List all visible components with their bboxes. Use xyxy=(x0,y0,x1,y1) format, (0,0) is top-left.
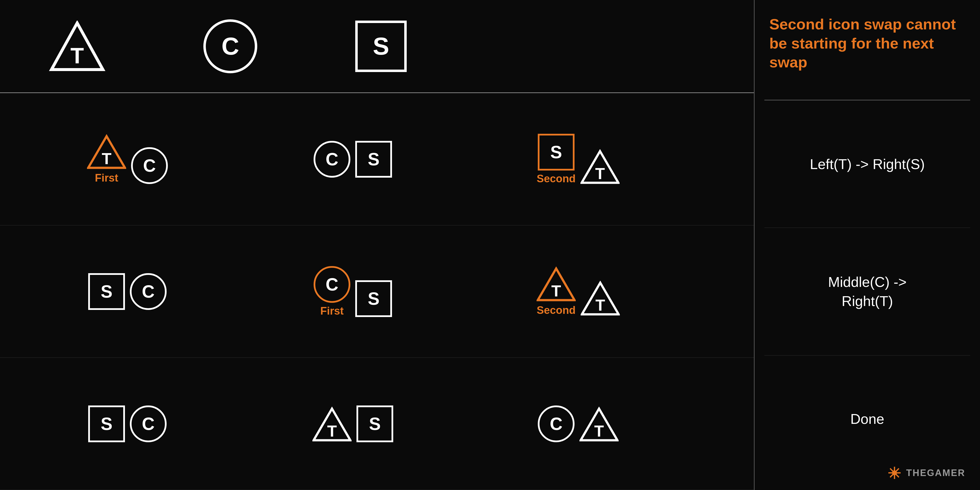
header-row: T C S xyxy=(0,0,754,93)
svg-text:T: T xyxy=(102,150,111,167)
svg-text:T: T xyxy=(595,296,605,314)
second-label: Second xyxy=(537,304,576,316)
row1-col2-circle: C xyxy=(313,141,350,178)
rule2-section: Middle(C) ->Right(T) xyxy=(764,228,970,355)
first-label: First xyxy=(320,305,344,317)
row1-col1-circle: C xyxy=(131,147,168,184)
row3-col3-circle: C xyxy=(538,406,574,442)
row2-col1-square: S xyxy=(88,273,125,310)
header-triangle: T xyxy=(49,21,105,72)
col-group: T S xyxy=(240,406,466,442)
row2-col2-square: S xyxy=(355,280,392,317)
row3-col1-square: S xyxy=(88,406,125,442)
row2-col1-circle: C xyxy=(130,273,167,310)
header-circle: C xyxy=(204,19,257,73)
rule1-section: Left(T) -> Right(S) xyxy=(764,100,970,228)
row1-col2-square: S xyxy=(355,141,392,178)
content-area: T C S xyxy=(0,0,755,490)
warning-section: Second icon swap cannot be starting for … xyxy=(764,7,970,100)
col-group: T Second T xyxy=(466,267,691,316)
row3-col1-circle: C xyxy=(130,406,167,442)
table-row: T First C C S xyxy=(0,93,754,225)
svg-text:T: T xyxy=(595,165,605,183)
col-group: S C xyxy=(15,406,240,442)
row2-col3-triangle-white: T xyxy=(581,281,620,316)
first-label: First xyxy=(95,172,118,184)
col-group: S Second T xyxy=(466,134,691,185)
table-row: S C C First S xyxy=(0,225,754,358)
col-group: T First C xyxy=(15,134,240,184)
data-rows: T First C C S xyxy=(0,93,754,490)
row3-col2-triangle: T xyxy=(312,407,352,442)
second-label: Second xyxy=(537,172,576,185)
col-group: C First S xyxy=(240,266,466,317)
col-group: C S xyxy=(240,141,466,178)
header-square: S xyxy=(355,21,407,72)
table-row: S C T S xyxy=(0,358,754,490)
row2-col2-circle: C First xyxy=(313,266,350,317)
watermark-text: THEGAMER xyxy=(906,468,965,478)
rule1-text: Left(T) -> Right(S) xyxy=(810,154,925,174)
warning-text: Second icon swap cannot be starting for … xyxy=(769,15,965,72)
main-container: T C S xyxy=(0,0,980,490)
watermark: THEGAMER xyxy=(887,466,965,480)
thegamer-icon xyxy=(887,466,902,480)
svg-text:T: T xyxy=(70,44,84,68)
row3-col2-square: S xyxy=(356,406,393,442)
right-panel: Second icon swap cannot be starting for … xyxy=(755,0,980,490)
svg-text:T: T xyxy=(551,282,561,300)
rule3-section: Done xyxy=(764,355,970,483)
header-circle-letter: C xyxy=(221,32,239,60)
svg-text:T: T xyxy=(594,422,604,440)
row1-col3-square: S Second xyxy=(537,134,576,185)
row3-col3-triangle: T xyxy=(579,407,619,442)
header-square-letter: S xyxy=(373,32,389,60)
col-group: C T xyxy=(466,406,691,442)
row2-col3-triangle-orange: T Second xyxy=(536,267,576,316)
col-group: S C xyxy=(15,273,240,310)
rule3-text: Done xyxy=(850,409,885,428)
row1-col1-triangle: T First xyxy=(87,134,126,184)
row1-col3-triangle: T xyxy=(581,149,620,185)
rule2-text: Middle(C) ->Right(T) xyxy=(828,272,907,311)
svg-text:T: T xyxy=(327,422,337,440)
